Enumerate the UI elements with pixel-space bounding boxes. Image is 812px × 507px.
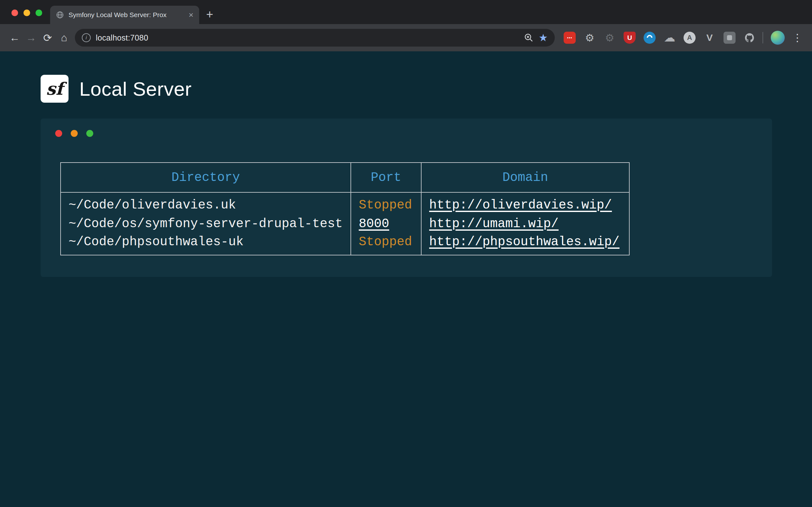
card-window-dots bbox=[55, 130, 772, 137]
server-card: Directory Port Domain ~/Code/oliverdavie… bbox=[41, 118, 772, 277]
port-status: Stopped bbox=[359, 235, 412, 249]
port-status: Stopped bbox=[359, 198, 412, 212]
inner-square-shape bbox=[727, 35, 732, 40]
directory-cell: ~/Code/oliverdavies.uk bbox=[61, 192, 351, 213]
browser-menu-icon[interactable]: ⋮ bbox=[792, 33, 803, 43]
v-shield-extension-icon[interactable]: V bbox=[704, 32, 716, 44]
domain-link[interactable]: http://oliverdavies.wip/ bbox=[429, 198, 612, 212]
back-icon[interactable]: ← bbox=[6, 32, 23, 44]
card-green-dot bbox=[86, 130, 93, 137]
zoom-icon[interactable] bbox=[524, 33, 534, 43]
table-row: ~/Code/oliverdavies.uk Stopped http://ol… bbox=[61, 192, 629, 213]
forward-icon[interactable]: → bbox=[23, 32, 39, 44]
crescent-shape bbox=[646, 34, 653, 42]
blue-circle-extension-icon[interactable] bbox=[644, 32, 656, 44]
minimize-window-button[interactable] bbox=[23, 9, 30, 16]
window-controls bbox=[11, 9, 42, 16]
a-circle-extension-icon[interactable]: A bbox=[683, 32, 696, 44]
card-red-dot bbox=[55, 130, 62, 137]
port-link[interactable]: 8000 bbox=[359, 217, 389, 231]
card-orange-dot bbox=[71, 130, 78, 137]
reload-icon[interactable]: ⟳ bbox=[39, 32, 56, 44]
tab-close-icon[interactable]: × bbox=[189, 11, 194, 19]
domain-link[interactable]: http://phpsouthwales.wip/ bbox=[429, 235, 619, 249]
gear-dark-extension-icon[interactable]: ⚙ bbox=[604, 32, 616, 44]
directory-cell: ~/Code/phpsouthwales-uk bbox=[61, 234, 351, 255]
symfony-logo-text: sf bbox=[46, 78, 63, 99]
zoom-window-button[interactable] bbox=[36, 9, 42, 16]
gray-square-extension-icon[interactable] bbox=[723, 32, 735, 44]
table-row: ~/Code/os/symfony-server-drupal-test 800… bbox=[61, 213, 629, 234]
browser-toolbar: ← → ⟳ ⌂ i localhost:7080 ★ ••• ⚙ ⚙ U ☁ A… bbox=[0, 24, 812, 51]
tab-strip: Symfony Local Web Server: Prox × + bbox=[0, 0, 812, 24]
address-bar[interactable]: i localhost:7080 ★ bbox=[75, 29, 555, 47]
url-text[interactable]: localhost:7080 bbox=[96, 33, 519, 43]
bookmark-star-icon[interactable]: ★ bbox=[539, 33, 548, 43]
table-row: ~/Code/phpsouthwales-uk Stopped http://p… bbox=[61, 234, 629, 255]
ublock-extension-icon[interactable]: U bbox=[623, 32, 636, 44]
gear-light-extension-icon[interactable]: ⚙ bbox=[583, 32, 596, 44]
page-title: Local Server bbox=[79, 78, 192, 100]
red-dots-extension-icon[interactable]: ••• bbox=[564, 32, 576, 44]
toolbar-separator bbox=[763, 32, 763, 43]
extensions-bar: ••• ⚙ ⚙ U ☁ A V bbox=[564, 32, 756, 44]
table-header-row: Directory Port Domain bbox=[61, 163, 629, 192]
symfony-logo: sf bbox=[41, 75, 68, 103]
site-info-icon[interactable]: i bbox=[82, 33, 91, 42]
directory-cell: ~/Code/os/symfony-server-drupal-test bbox=[61, 213, 351, 234]
home-icon[interactable]: ⌂ bbox=[56, 32, 72, 44]
github-octocat-extension-icon[interactable] bbox=[744, 32, 756, 44]
tab-favicon-globe-icon bbox=[56, 11, 64, 19]
brand-header: sf Local Server bbox=[41, 75, 812, 103]
profile-avatar[interactable] bbox=[771, 31, 785, 45]
browser-tab[interactable]: Symfony Local Web Server: Prox × bbox=[50, 6, 199, 24]
cloud-extension-icon[interactable]: ☁ bbox=[664, 32, 676, 44]
servers-table: Directory Port Domain ~/Code/oliverdavie… bbox=[60, 162, 629, 256]
close-window-button[interactable] bbox=[11, 9, 18, 16]
tab-title: Symfony Local Web Server: Prox bbox=[68, 11, 184, 19]
domain-link[interactable]: http://umami.wip/ bbox=[429, 217, 559, 231]
new-tab-button[interactable]: + bbox=[206, 8, 213, 20]
port-column-header: Port bbox=[351, 163, 421, 192]
page-content: sf Local Server Directory Port Domain ~/… bbox=[0, 51, 812, 507]
directory-column-header: Directory bbox=[61, 163, 351, 192]
domain-column-header: Domain bbox=[421, 163, 629, 192]
